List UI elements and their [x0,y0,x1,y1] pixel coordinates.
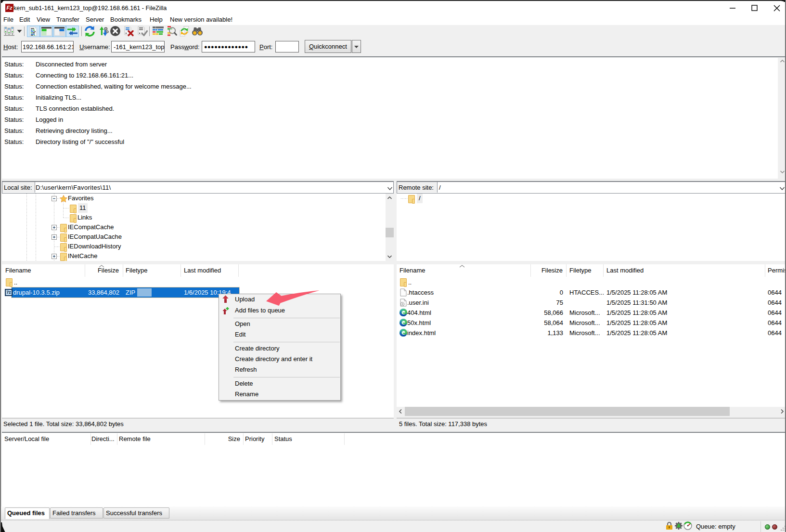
svg-text:A: A [677,523,681,529]
